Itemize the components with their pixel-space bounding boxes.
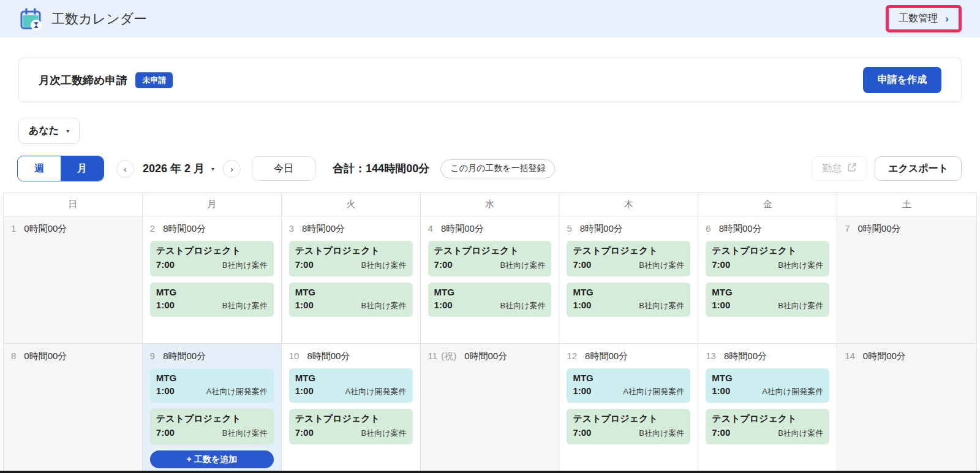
calendar-day-cell[interactable]: 70時間00分 <box>837 216 976 343</box>
day-cell-header: 10時間00分 <box>11 223 135 235</box>
work-entry-hours: 1:00 <box>156 386 175 396</box>
work-entry-card[interactable]: テストプロジェクト7:00B社向け案件 <box>706 241 829 276</box>
day-of-week-header: 火 <box>282 193 421 216</box>
create-request-button[interactable]: 申請を作成 <box>863 67 941 93</box>
work-entry-hours: 7:00 <box>573 427 591 438</box>
work-entry-card[interactable]: テストプロジェクト7:00B社向け案件 <box>150 241 274 276</box>
work-entry-hours: 1:00 <box>712 300 730 310</box>
day-of-week-header: 金 <box>698 193 837 216</box>
work-entry-detail-line: 1:00A社向け開発案件 <box>295 386 407 397</box>
work-entry-hours: 7:00 <box>295 427 314 438</box>
work-entry-card[interactable]: テストプロジェクト7:00B社向け案件 <box>567 241 690 276</box>
day-total-hours: 0時間00分 <box>464 351 507 362</box>
work-entry-project: A社向け開発案件 <box>762 386 823 397</box>
calendar-day-cell[interactable]: 80時間00分 <box>4 343 143 472</box>
work-entry-title: MTG <box>573 287 684 297</box>
work-entry-project: B社向け案件 <box>639 428 684 439</box>
work-entry-card[interactable]: MTG1:00B社向け案件 <box>567 283 690 317</box>
calendar-day-cell[interactable]: 11(祝)0時間00分 <box>421 343 560 472</box>
calendar-day-cell[interactable]: 48時間00分テストプロジェクト7:00B社向け案件MTG1:00B社向け案件 <box>421 216 560 343</box>
work-entry-title: テストプロジェクト <box>573 413 684 425</box>
day-number: 9 <box>150 351 155 361</box>
external-link-icon <box>847 162 857 175</box>
day-total-hours: 8時間00分 <box>302 223 345 235</box>
work-entry-title: MTG <box>573 373 684 383</box>
work-entry-card[interactable]: テストプロジェクト7:00B社向け案件 <box>706 409 829 444</box>
work-entry-card[interactable]: テストプロジェクト7:00B社向け案件 <box>428 241 552 276</box>
caret-down-icon: ▾ <box>211 165 214 172</box>
calendar-week-row: 80時間00分98時間00分MTG1:00A社向け開発案件テストプロジェクト7:… <box>4 343 976 472</box>
next-month-button[interactable]: › <box>223 160 241 178</box>
work-entry-title: テストプロジェクト <box>156 413 268 425</box>
calendar-day-cell[interactable]: 58時間00分テストプロジェクト7:00B社向け案件MTG1:00B社向け案件 <box>559 216 698 343</box>
day-number: 2 <box>150 223 155 234</box>
work-entry-project: A社向け開発案件 <box>345 386 407 397</box>
work-entry-card[interactable]: MTG1:00B社向け案件 <box>428 283 552 317</box>
today-button[interactable]: 今日 <box>252 156 315 181</box>
add-work-entry-button[interactable]: + 工数を追加 <box>150 450 274 468</box>
calendar-day-cell[interactable]: 10時間00分 <box>4 216 143 343</box>
day-number: 4 <box>428 223 433 234</box>
work-entry-hours: 1:00 <box>573 386 591 396</box>
export-button[interactable]: エクスポート <box>875 156 962 181</box>
work-entry-title: テストプロジェクト <box>712 245 823 257</box>
work-entry-card[interactable]: テストプロジェクト7:00B社向け案件 <box>289 409 413 444</box>
day-of-week-header: 月 <box>143 193 282 216</box>
caret-down-icon: ▾ <box>66 127 69 134</box>
day-total-hours: 0時間00分 <box>863 351 906 362</box>
chevron-right-icon: › <box>945 13 949 24</box>
day-of-week-header: 木 <box>559 193 698 216</box>
work-entry-title: MTG <box>434 287 546 297</box>
work-entry-title: テストプロジェクト <box>712 413 823 425</box>
work-entry-card[interactable]: テストプロジェクト7:00B社向け案件 <box>567 409 690 444</box>
work-entry-card[interactable]: テストプロジェクト7:00B社向け案件 <box>289 241 413 276</box>
day-total-hours: 8時間00分 <box>724 351 767 362</box>
calendar-day-cell[interactable]: 38時間00分テストプロジェクト7:00B社向け案件MTG1:00B社向け案件 <box>282 216 421 343</box>
page-title: 工数カレンダー <box>51 10 147 28</box>
work-entry-card[interactable]: MTG1:00A社向け開発案件 <box>289 368 413 403</box>
period-selector[interactable]: 2026 年 2 月 ▾ <box>143 161 214 176</box>
attendance-label: 勤怠 <box>822 162 842 175</box>
app-header: 工数カレンダー 工数管理 › <box>0 0 980 37</box>
work-entry-card[interactable]: MTG1:00A社向け開発案件 <box>706 368 829 403</box>
calendar-day-cell[interactable]: 108時間00分MTG1:00A社向け開発案件テストプロジェクト7:00B社向け… <box>282 343 421 472</box>
work-entry-project: B社向け案件 <box>639 300 684 311</box>
calendar-day-cell[interactable]: 68時間00分テストプロジェクト7:00B社向け案件MTG1:00B社向け案件 <box>698 216 837 343</box>
work-entry-project: B社向け案件 <box>500 260 545 271</box>
day-total-hours: 8時間00分 <box>585 351 628 362</box>
calendar-day-cell[interactable]: 138時間00分MTG1:00A社向け開発案件テストプロジェクト7:00B社向け… <box>698 343 837 472</box>
calendar-day-cell[interactable]: 98時間00分MTG1:00A社向け開発案件テストプロジェクト7:00B社向け案… <box>143 343 282 472</box>
prev-month-button[interactable]: ‹ <box>116 160 134 178</box>
calendar-day-cell[interactable]: 28時間00分テストプロジェクト7:00B社向け案件MTG1:00B社向け案件 <box>143 216 282 343</box>
work-entry-card[interactable]: MTG1:00B社向け案件 <box>150 283 274 317</box>
toggle-week[interactable]: 週 <box>18 156 61 181</box>
day-total-hours: 8時間00分 <box>307 351 350 362</box>
attendance-button[interactable]: 勤怠 <box>812 156 867 181</box>
work-entry-detail-line: 1:00A社向け開発案件 <box>573 386 684 397</box>
user-selector-dropdown[interactable]: あなた ▾ <box>18 118 80 144</box>
work-entry-detail-line: 7:00B社向け案件 <box>295 427 407 439</box>
work-entry-card[interactable]: テストプロジェクト7:00B社向け案件 <box>150 409 274 444</box>
annotation-highlight-box: 工数管理 › <box>886 5 962 32</box>
work-entry-hours: 1:00 <box>573 300 591 310</box>
work-entry-hours: 1:00 <box>712 386 730 396</box>
work-entry-card[interactable]: MTG1:00B社向け案件 <box>706 283 829 317</box>
work-entry-project: B社向け案件 <box>222 260 268 271</box>
day-total-hours: 8時間00分 <box>163 223 206 235</box>
day-cell-header: 108時間00分 <box>289 351 413 362</box>
day-cell-header: 80時間00分 <box>11 351 135 362</box>
calendar-day-cell[interactable]: 128時間00分MTG1:00A社向け開発案件テストプロジェクト7:00B社向け… <box>559 343 698 472</box>
kosu-management-link[interactable]: 工数管理 <box>899 12 938 25</box>
work-entry-card[interactable]: MTG1:00A社向け開発案件 <box>567 368 690 403</box>
day-number: 1 <box>11 223 16 234</box>
day-total-hours: 8時間00分 <box>441 223 484 235</box>
work-entry-project: A社向け開発案件 <box>623 386 684 397</box>
work-entry-card[interactable]: MTG1:00B社向け案件 <box>289 283 413 317</box>
calendar-day-cell[interactable]: 140時間00分 <box>837 343 976 472</box>
bulk-register-button[interactable]: この月の工数を一括登録 <box>440 159 555 178</box>
work-entry-project: B社向け案件 <box>361 428 407 439</box>
toggle-month[interactable]: 月 <box>61 156 104 181</box>
work-entry-hours: 7:00 <box>156 427 175 438</box>
work-entry-card[interactable]: MTG1:00A社向け開発案件 <box>150 368 274 403</box>
day-number: 8 <box>11 351 16 361</box>
